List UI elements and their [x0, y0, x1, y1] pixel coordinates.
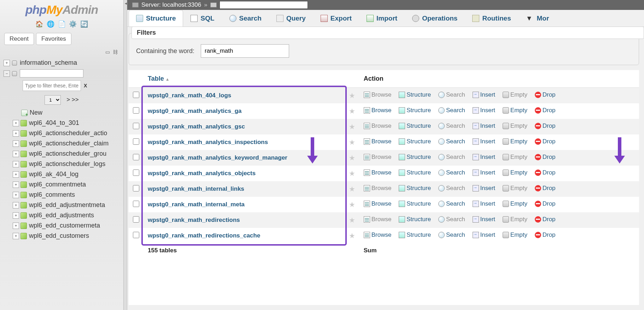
- sidebar-table-link[interactable]: wpl6_commentmeta: [29, 181, 86, 188]
- structure-action[interactable]: Structure: [399, 169, 431, 176]
- sidebar-table-link[interactable]: wpl6_edd_customermeta: [29, 222, 100, 229]
- expand-icon[interactable]: +: [13, 202, 19, 208]
- sidebar-table-link[interactable]: wpl6_actionscheduler_claim: [29, 140, 109, 147]
- favorite-star-icon[interactable]: ★: [349, 107, 355, 115]
- tab-search[interactable]: Search: [222, 10, 269, 27]
- table-name-link[interactable]: wpstg0_rank_math_internal_meta: [148, 201, 245, 208]
- row-checkbox[interactable]: [133, 216, 139, 223]
- drop-action[interactable]: Drop: [535, 122, 556, 130]
- row-checkbox[interactable]: [133, 232, 139, 238]
- drop-action[interactable]: Drop: [535, 107, 556, 114]
- drop-action[interactable]: Drop: [535, 169, 556, 176]
- expand-icon[interactable]: +: [13, 151, 19, 157]
- drop-action[interactable]: Drop: [535, 138, 556, 145]
- table-name-link[interactable]: wpstg0_rank_math_analytics_gsc: [148, 123, 245, 130]
- search-action[interactable]: Search: [438, 185, 465, 192]
- structure-action[interactable]: Structure: [399, 185, 431, 192]
- search-action[interactable]: Search: [438, 200, 465, 207]
- insert-action[interactable]: Insert: [473, 231, 496, 239]
- table-name-link[interactable]: wpstg0_rank_math_analytics_inspections: [148, 139, 268, 145]
- tab-more[interactable]: ▼Mor: [519, 10, 557, 27]
- favorite-star-icon[interactable]: ★: [349, 185, 355, 193]
- browse-action[interactable]: Browse: [364, 169, 392, 176]
- favorites-tab[interactable]: Favorites: [36, 33, 71, 45]
- breadcrumb-db[interactable]: [219, 1, 308, 9]
- empty-action[interactable]: Empty: [503, 231, 527, 239]
- row-checkbox[interactable]: [133, 107, 139, 114]
- browse-action[interactable]: Browse: [364, 122, 392, 130]
- structure-action[interactable]: Structure: [399, 138, 431, 145]
- tab-structure[interactable]: Structure: [129, 10, 183, 27]
- search-action[interactable]: Search: [438, 91, 465, 98]
- expand-icon[interactable]: +: [13, 140, 19, 147]
- row-checkbox[interactable]: [133, 185, 139, 191]
- search-action[interactable]: Search: [438, 231, 465, 239]
- empty-action[interactable]: Empty: [503, 169, 527, 176]
- search-action[interactable]: Search: [438, 216, 465, 223]
- favorite-star-icon[interactable]: ★: [349, 170, 355, 177]
- favorite-star-icon[interactable]: ★: [349, 201, 355, 208]
- structure-action[interactable]: Structure: [399, 154, 431, 161]
- empty-action[interactable]: Empty: [503, 200, 527, 207]
- favorite-star-icon[interactable]: ★: [349, 92, 355, 99]
- structure-action[interactable]: Structure: [399, 107, 431, 114]
- insert-action[interactable]: Insert: [473, 200, 496, 207]
- sidebar-table-link[interactable]: wpl6_404_to_301: [29, 119, 79, 127]
- insert-action[interactable]: Insert: [473, 91, 496, 98]
- table-name-link[interactable]: wpstg0_rank_math_404_logs: [148, 92, 231, 99]
- browse-action[interactable]: Browse: [364, 91, 392, 98]
- table-name-link[interactable]: wpstg0_rank_math_redirections_cache: [148, 232, 260, 239]
- filter-input[interactable]: [201, 44, 289, 58]
- recent-tab[interactable]: Recent: [4, 33, 34, 45]
- clear-filter-button[interactable]: X: [84, 83, 87, 88]
- insert-action[interactable]: Insert: [473, 185, 496, 192]
- drop-action[interactable]: Drop: [535, 200, 556, 207]
- browse-action[interactable]: Browse: [364, 185, 392, 192]
- collapse-all-icon[interactable]: ▭: [105, 49, 110, 55]
- tab-sql[interactable]: SQL: [183, 10, 222, 27]
- favorite-star-icon[interactable]: ★: [349, 232, 355, 240]
- drop-action[interactable]: Drop: [535, 154, 556, 161]
- empty-action[interactable]: Empty: [503, 91, 527, 98]
- expand-icon[interactable]: +: [13, 192, 19, 198]
- favorite-star-icon[interactable]: ★: [349, 216, 355, 224]
- col-table[interactable]: Table▲: [144, 70, 345, 88]
- table-name-link[interactable]: wpstg0_rank_math_analytics_keyword_manag…: [148, 154, 287, 161]
- sidebar-table-link[interactable]: wpl6_edd_adjustmentmeta: [29, 201, 105, 209]
- expand-icon[interactable]: +: [13, 223, 19, 229]
- row-checkbox[interactable]: [133, 170, 139, 176]
- browse-action[interactable]: Browse: [364, 154, 392, 161]
- db-information-schema[interactable]: information_schema: [20, 59, 77, 67]
- page-select[interactable]: 1: [45, 95, 61, 105]
- tab-import[interactable]: Import: [359, 10, 405, 27]
- expand-icon[interactable]: +: [13, 171, 19, 178]
- insert-action[interactable]: Insert: [473, 122, 496, 130]
- new-table-link[interactable]: New: [30, 109, 42, 116]
- browse-action[interactable]: Browse: [364, 200, 392, 207]
- browse-action[interactable]: Browse: [364, 231, 392, 239]
- sidebar-table-link[interactable]: wpl6_actionscheduler_logs: [29, 160, 105, 168]
- insert-action[interactable]: Insert: [473, 154, 496, 161]
- sidebar-table-link[interactable]: wpl6_edd_customers: [29, 232, 89, 240]
- expand-icon[interactable]: +: [13, 120, 19, 126]
- structure-action[interactable]: Structure: [399, 231, 431, 239]
- db-name-input[interactable]: [20, 69, 83, 78]
- sidebar-table-link[interactable]: wpl6_actionscheduler_actio: [29, 130, 107, 137]
- insert-action[interactable]: Insert: [473, 138, 496, 145]
- structure-action[interactable]: Structure: [399, 91, 431, 98]
- empty-action[interactable]: Empty: [503, 122, 527, 130]
- empty-action[interactable]: Empty: [503, 138, 527, 145]
- structure-action[interactable]: Structure: [399, 216, 431, 223]
- table-name-link[interactable]: wpstg0_rank_math_internal_links: [148, 185, 244, 192]
- row-checkbox[interactable]: [133, 123, 139, 129]
- favorite-star-icon[interactable]: ★: [349, 154, 355, 162]
- row-checkbox[interactable]: [133, 92, 139, 98]
- search-action[interactable]: Search: [438, 107, 465, 114]
- structure-action[interactable]: Structure: [399, 200, 431, 207]
- browse-action[interactable]: Browse: [364, 138, 392, 145]
- link-icon[interactable]: ⛓: [113, 49, 118, 55]
- reload-icon[interactable]: 🔄: [80, 21, 88, 28]
- tab-operations[interactable]: Operations: [405, 10, 465, 27]
- search-action[interactable]: Search: [438, 154, 465, 161]
- insert-action[interactable]: Insert: [473, 216, 496, 223]
